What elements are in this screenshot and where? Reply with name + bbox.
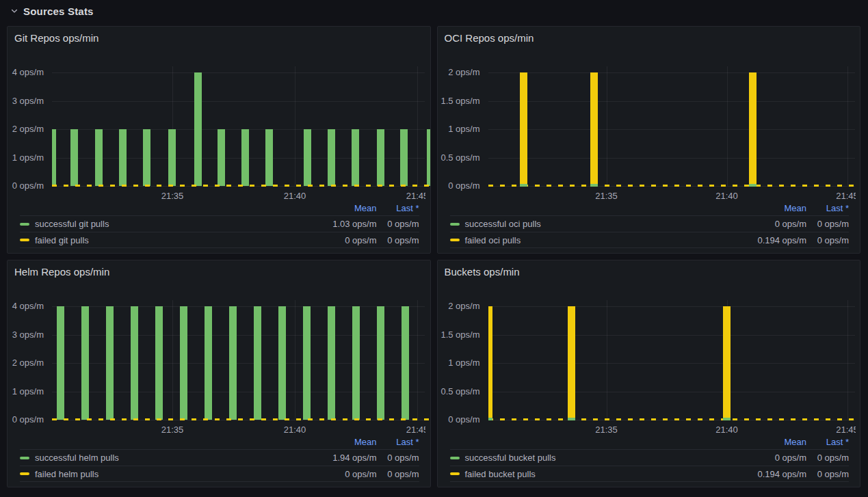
legend-series-label[interactable]: successful oci pulls bbox=[465, 219, 739, 229]
panel-title[interactable]: Helm Repos ops/min bbox=[14, 266, 423, 278]
legend-header-mean[interactable]: Mean bbox=[308, 203, 377, 213]
chart-bar[interactable] bbox=[427, 129, 430, 186]
series-color-swatch bbox=[20, 457, 29, 459]
series-color-swatch bbox=[20, 472, 29, 475]
y-axis-label: 2 ops/m bbox=[12, 358, 44, 368]
chart-bar[interactable] bbox=[590, 72, 598, 186]
series-color-swatch bbox=[20, 223, 29, 226]
chart-bar[interactable] bbox=[254, 306, 261, 420]
x-axis-label: 21:45 bbox=[406, 425, 425, 435]
legend-last-value: 0 ops/m bbox=[377, 219, 419, 229]
chart-bar[interactable] bbox=[749, 72, 757, 186]
chart-bar[interactable] bbox=[205, 306, 212, 420]
chart-bar[interactable] bbox=[488, 306, 493, 420]
chart-bar[interactable] bbox=[377, 129, 384, 186]
legend-row: failed oci pulls0.194 ops/m0 ops/m bbox=[450, 232, 850, 248]
chart-bar[interactable] bbox=[194, 72, 202, 186]
legend-row: successful oci pulls0 ops/m0 ops/m bbox=[450, 215, 850, 232]
y-axis-label: 4 ops/m bbox=[12, 67, 44, 78]
y-axis-label: 0 ops/m bbox=[448, 180, 479, 191]
x-axis-label: 21:35 bbox=[595, 425, 618, 435]
legend-header-last[interactable]: Last * bbox=[377, 437, 419, 447]
legend-header: Mean Last * bbox=[20, 434, 419, 449]
chart-bar[interactable] bbox=[278, 306, 286, 420]
chart-plot[interactable] bbox=[488, 300, 860, 423]
chart-bar[interactable] bbox=[520, 72, 527, 186]
legend-last-value: 0 ops/m bbox=[806, 235, 849, 245]
legend-row: failed bucket pulls0.194 ops/m0 ops/m bbox=[450, 466, 850, 482]
chart-plot[interactable] bbox=[52, 300, 430, 423]
legend: Mean Last * successful git pulls1.03 ops… bbox=[20, 200, 419, 248]
legend-header-mean[interactable]: Mean bbox=[738, 203, 806, 213]
legend-series-label[interactable]: failed git pulls bbox=[35, 235, 308, 245]
chart-bar[interactable] bbox=[265, 129, 273, 186]
zero-value-base-tick bbox=[520, 184, 527, 187]
chart-bar[interactable] bbox=[119, 129, 127, 186]
zero-value-base-tick bbox=[749, 184, 757, 187]
chart-plot[interactable] bbox=[488, 66, 860, 189]
chart-bar[interactable] bbox=[400, 129, 408, 186]
chart-bar[interactable] bbox=[352, 129, 359, 186]
chart-bar[interactable] bbox=[241, 129, 249, 186]
panel-title[interactable]: Git Repos ops/min bbox=[14, 32, 423, 44]
legend-series-label[interactable]: failed bucket pulls bbox=[465, 469, 739, 479]
legend-mean-value: 0 ops/m bbox=[738, 219, 806, 229]
chart-bar[interactable] bbox=[402, 306, 409, 420]
legend: Mean Last * successful helm pulls1.94 op… bbox=[20, 434, 419, 482]
zero-value-dash-line bbox=[488, 185, 860, 187]
zero-value-base-tick bbox=[723, 418, 731, 420]
chart-bar[interactable] bbox=[52, 129, 56, 186]
chart-bar[interactable] bbox=[106, 306, 114, 420]
section-header-sources-stats[interactable]: Sources Stats bbox=[0, 0, 868, 22]
chart-bar[interactable] bbox=[131, 306, 138, 420]
zero-value-base-tick bbox=[590, 184, 598, 187]
legend-header-last[interactable]: Last * bbox=[377, 203, 419, 213]
chart-bar[interactable] bbox=[304, 129, 311, 186]
chart-bar[interactable] bbox=[218, 129, 225, 186]
chart-bar[interactable] bbox=[155, 306, 163, 420]
legend-mean-value: 0 ops/m bbox=[308, 469, 377, 479]
chart-bar[interactable] bbox=[303, 306, 311, 420]
chart-bar[interactable] bbox=[328, 306, 335, 420]
chart-bar[interactable] bbox=[143, 129, 150, 186]
legend-series-label[interactable]: failed helm pulls bbox=[35, 469, 308, 479]
chart-bar[interactable] bbox=[168, 129, 176, 186]
chart-bar[interactable] bbox=[81, 306, 89, 420]
panel-title[interactable]: OCI Repos ops/min bbox=[445, 32, 854, 44]
chart-bar[interactable] bbox=[352, 306, 360, 420]
legend-series-label[interactable]: successful git pulls bbox=[35, 219, 308, 229]
chart-bar[interactable] bbox=[328, 129, 335, 186]
y-axis-label: 3 ops/m bbox=[12, 96, 44, 107]
y-axis-label: 1.5 ops/m bbox=[440, 330, 479, 340]
chart-bar[interactable] bbox=[95, 129, 103, 186]
y-axis-label: 2 ops/m bbox=[448, 301, 479, 312]
chart-bar[interactable] bbox=[180, 306, 187, 420]
y-axis-label: 1.5 ops/m bbox=[440, 96, 479, 107]
legend-header-mean[interactable]: Mean bbox=[738, 437, 806, 447]
legend-row: successful git pulls1.03 ops/m0 ops/m bbox=[20, 215, 419, 232]
legend-series-label[interactable]: failed oci pulls bbox=[465, 235, 739, 245]
legend-rows: successful helm pulls1.94 ops/m0 ops/mfa… bbox=[20, 449, 419, 482]
y-axis-label: 0 ops/m bbox=[12, 180, 44, 191]
chart-bar[interactable] bbox=[568, 306, 575, 420]
legend-row: successful bucket pulls0 ops/m0 ops/m bbox=[450, 449, 850, 466]
legend-series-label[interactable]: successful helm pulls bbox=[35, 453, 308, 463]
series-color-swatch bbox=[450, 223, 460, 226]
chart-bar[interactable] bbox=[723, 306, 731, 420]
legend-row: failed helm pulls0 ops/m0 ops/m bbox=[20, 466, 419, 482]
legend-header-last[interactable]: Last * bbox=[806, 437, 849, 447]
chart-bar[interactable] bbox=[57, 306, 64, 420]
chart-bar[interactable] bbox=[377, 306, 384, 420]
panel-title[interactable]: Buckets ops/min bbox=[445, 266, 854, 278]
y-axis-label: 0.5 ops/m bbox=[440, 152, 479, 163]
legend-series-label[interactable]: successful bucket pulls bbox=[465, 453, 739, 463]
section-title: Sources Stats bbox=[23, 5, 94, 17]
legend-mean-value: 1.94 ops/m bbox=[308, 453, 377, 463]
chart-bar[interactable] bbox=[229, 306, 237, 420]
legend-last-value: 0 ops/m bbox=[806, 453, 849, 463]
chart-plot[interactable] bbox=[52, 66, 430, 189]
legend-header-mean[interactable]: Mean bbox=[308, 437, 377, 447]
chart-bar[interactable] bbox=[70, 129, 78, 186]
series-color-swatch bbox=[450, 239, 460, 241]
legend-header-last[interactable]: Last * bbox=[806, 203, 849, 213]
